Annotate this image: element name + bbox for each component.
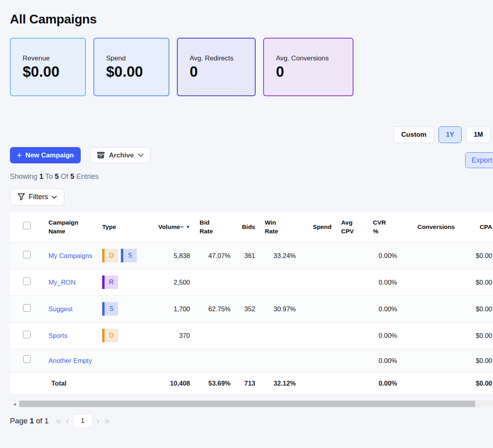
table-row: Sports D 370 0.00% $0.00	[10, 322, 493, 349]
scroll-left-arrow-icon[interactable]: ◀	[10, 401, 19, 407]
stat-card-value: $0.00	[23, 64, 85, 80]
header-campaign-name[interactable]: Campaign Name	[49, 218, 83, 235]
table-header-row: Campaign Name Type Volume~▼ Bid Rate Bid…	[10, 211, 493, 242]
page-title: All Campaigns	[10, 12, 97, 27]
showing-entries-word: Entries	[76, 173, 99, 180]
win-rate-cell: 30.97%	[260, 296, 301, 322]
cpa-cell: $0.00	[460, 349, 493, 372]
type-badges: S	[102, 302, 118, 316]
bid-rate-cell	[195, 349, 235, 372]
page-number-box[interactable]: 1	[73, 414, 93, 428]
stat-card-avg-conversions: Avg. Conversions 0	[263, 38, 353, 96]
stat-card-value: 0	[190, 64, 255, 80]
showing-to-word: To	[45, 173, 53, 180]
bids-cell	[235, 269, 260, 296]
filter-funnel-icon	[17, 193, 25, 201]
stat-card-label: Avg. Conversions	[276, 54, 353, 62]
campaign-name-link[interactable]: Another Empty	[49, 357, 92, 364]
plus-icon: +	[17, 151, 22, 160]
volume-cell	[143, 349, 195, 372]
stat-card-label: Revenue	[23, 54, 85, 62]
header-volume-label: Volume~	[158, 223, 184, 230]
type-badge-s: S	[102, 302, 118, 316]
campaign-name-link[interactable]: Suggest	[49, 305, 73, 312]
first-page-icon[interactable]: «	[55, 416, 62, 426]
select-all-checkbox[interactable]	[23, 222, 31, 229]
type-badges: DS	[102, 249, 137, 262]
filters-button[interactable]: Filters	[10, 188, 64, 206]
type-badge-r: R	[102, 275, 118, 289]
table-row: Another Empty 0.00% $0.00	[10, 349, 493, 372]
export-button[interactable]: Export	[465, 152, 493, 168]
total-bid-rate: 53.69%	[195, 372, 235, 395]
spend-cell	[301, 296, 336, 322]
header-conversions[interactable]: Conversions	[417, 223, 455, 230]
sort-desc-icon: ▼	[186, 225, 190, 229]
stat-card-revenue: Revenue $0.00	[10, 38, 86, 96]
header-volume[interactable]: Volume~▼	[143, 211, 195, 242]
header-bids[interactable]: Bids	[242, 223, 255, 230]
total-avg-cpv	[336, 372, 368, 395]
scrollbar-thumb[interactable]	[19, 401, 475, 407]
page-indicator-text: Page 1 of 1	[10, 417, 49, 425]
total-spend	[301, 372, 336, 395]
prev-page-icon[interactable]: ‹	[65, 416, 70, 426]
cpa-cell: $0.00	[460, 269, 493, 296]
row-checkbox[interactable]	[23, 304, 31, 312]
new-campaign-button[interactable]: + New Campaign	[10, 147, 81, 163]
range-button-1y[interactable]: 1Y	[439, 126, 462, 143]
campaign-name-link[interactable]: My Campaigns	[49, 252, 92, 259]
type-badge-d: D	[102, 329, 118, 342]
header-win-rate[interactable]: Win Rate	[265, 218, 283, 235]
bid-rate-cell: 47.07%	[195, 242, 235, 269]
new-campaign-label: New Campaign	[25, 151, 74, 159]
win-rate-cell	[260, 322, 301, 349]
spend-cell	[301, 242, 336, 269]
bid-rate-cell	[195, 322, 235, 349]
header-bid-rate[interactable]: Bid Rate	[200, 218, 218, 235]
win-rate-cell: 33.24%	[260, 242, 301, 269]
stat-cards: Revenue $0.00 Spend $0.00 Avg. Redirects…	[10, 38, 353, 96]
scrollbar-track[interactable]	[475, 401, 493, 407]
total-cpa: $0.00	[460, 372, 493, 395]
header-type[interactable]: Type	[102, 223, 116, 230]
total-label: Total	[44, 372, 97, 395]
total-cvr: 0.00%	[368, 372, 402, 395]
table-row: My_RON R 2,500 0.00% $0.00	[10, 269, 493, 296]
type-badges: D	[102, 329, 118, 342]
stat-card-value: $0.00	[106, 64, 169, 80]
page-current: 1	[30, 417, 34, 425]
range-button-custom[interactable]: Custom	[394, 126, 434, 143]
row-checkbox[interactable]	[23, 251, 31, 258]
cpa-cell: $0.00	[460, 322, 493, 349]
total-bids: 713	[235, 372, 260, 395]
header-spend[interactable]: Spend	[313, 223, 332, 230]
archive-label: Archive	[109, 151, 134, 159]
table-row: Suggest S 1,700 62.75% 352 30.97% 0.00% …	[10, 296, 493, 322]
stat-card-avg-redirects: Avg. Redirects 0	[177, 38, 256, 96]
total-win-rate: 32.12%	[260, 372, 301, 395]
archive-button[interactable]: Archive	[90, 147, 151, 163]
header-cvr[interactable]: CVR %	[373, 218, 391, 235]
cvr-cell: 0.00%	[368, 242, 402, 269]
bids-cell: 361	[235, 242, 260, 269]
header-cpa[interactable]: CPA	[479, 223, 492, 230]
range-button-1m[interactable]: 1M	[466, 126, 491, 143]
table-row: My Campaigns DS 5,838 47.07% 361 33.24% …	[10, 242, 493, 269]
last-page-icon[interactable]: »	[104, 416, 111, 426]
next-page-icon[interactable]: ›	[96, 416, 101, 426]
avg-cpv-cell	[336, 322, 368, 349]
showing-entries-text: Showing 1 To 5 Of 5 Entries	[10, 173, 99, 181]
header-avg-cpv[interactable]: Avg CPV	[341, 218, 359, 235]
showing-from: 1	[39, 173, 43, 180]
filters-label: Filters	[29, 193, 48, 201]
row-checkbox[interactable]	[23, 331, 31, 338]
avg-cpv-cell	[336, 269, 368, 296]
row-checkbox[interactable]	[23, 277, 31, 285]
campaign-name-link[interactable]: My_RON	[49, 279, 76, 286]
campaign-name-link[interactable]: Sports	[49, 332, 68, 339]
chevron-down-icon	[52, 196, 57, 199]
row-checkbox[interactable]	[23, 355, 31, 363]
showing-total: 5	[70, 173, 74, 180]
total-conversions	[402, 372, 460, 395]
